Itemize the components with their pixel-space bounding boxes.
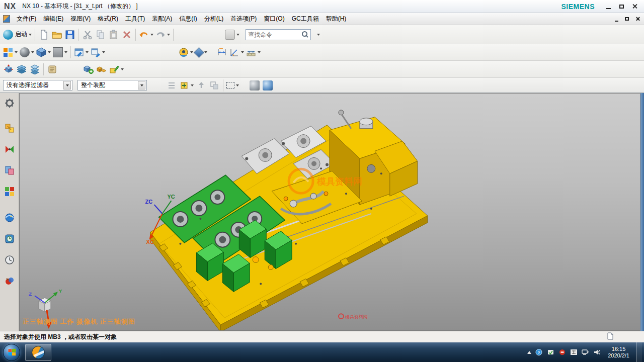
show-hidden-icons-button[interactable] [527,351,531,354]
edit-pencil-icon [109,64,119,74]
selection-priority-button[interactable] [208,78,221,93]
graphics-viewport[interactable]: XC ZC YC Y Z [19,93,640,331]
windows-flag-icon [8,349,16,356]
menu-preferences[interactable]: 首选项(P) [227,13,260,25]
show-desktop-button[interactable] [636,342,642,362]
cut-button[interactable] [81,28,94,42]
part-navigator-icon[interactable] [5,165,15,175]
selection-filter-dropdown-icon[interactable] [63,81,71,89]
delete-button[interactable] [120,28,133,42]
menu-window[interactable]: 窗口(O) [260,13,288,25]
start-button[interactable] [3,344,20,361]
measure-distance-button[interactable] [215,45,228,59]
tray-language-icon[interactable] [570,349,578,355]
start-menu-button[interactable]: 启动 [2,28,33,42]
status-page-icon[interactable] [607,332,614,340]
mdi-minimize-button[interactable] [612,15,621,23]
tray-volume-icon[interactable] [593,349,601,355]
selection-filter-combo[interactable]: 没有选择过滤器 [3,80,72,90]
menu-assemblies[interactable]: 装配(A) [148,13,176,25]
tray-update-icon[interactable] [547,349,554,355]
marquee-select-button[interactable] [225,78,240,93]
menu-help[interactable]: 帮助(H) [323,13,350,25]
tray-help-icon[interactable]: ? [535,349,543,355]
assembly-constraints-button[interactable] [95,62,108,76]
close-button[interactable] [629,2,640,11]
isometric-view-button[interactable] [35,45,52,59]
roles-gear-icon[interactable] [5,98,15,108]
menu-edit[interactable]: 编辑(E) [40,13,67,25]
selection-bar: 没有选择过滤器 整个装配 [0,78,644,93]
menu-tools[interactable]: 工具(T) [122,13,148,25]
undo-button[interactable] [138,28,154,42]
new-window-button[interactable] [90,45,106,59]
more-measure-button[interactable] [245,45,262,59]
assembly-navigator-icon[interactable] [5,123,15,133]
reuse-library-icon[interactable] [5,187,15,197]
edit-constraint-button[interactable] [108,62,125,76]
minimize-button[interactable] [603,2,614,11]
menu-gc-toolbox[interactable]: GC工具箱 [288,13,323,25]
redo-arrow-icon [155,30,166,40]
menu-view[interactable]: 视图(V) [67,13,94,25]
menu-information[interactable]: 信息(I) [176,13,200,25]
rendering-style-button[interactable] [19,45,35,59]
clock-date: 2020/2/1 [608,352,629,359]
selection-scope-dropdown-icon[interactable] [138,81,145,89]
notebook-icon [47,64,57,74]
touch-mode-button[interactable] [224,28,240,42]
redo-button[interactable] [154,28,171,42]
window-layout-button[interactable] [73,45,90,59]
snap-point-button[interactable] [194,45,208,59]
tray-network-icon[interactable] [582,349,589,355]
gnomon-label-y: Y [59,288,62,294]
exploded-views-button[interactable] [28,62,41,76]
add-component-button[interactable] [82,62,95,76]
menu-analysis[interactable]: 分析(L) [201,13,227,25]
selection-filter-value: 没有选择过滤器 [7,81,49,89]
command-finder-input[interactable] [248,31,302,38]
gray-swatch-icon [53,47,63,57]
paste-button[interactable] [107,28,120,42]
report-notebook-button[interactable] [46,62,59,76]
show-hide-button[interactable] [178,45,194,59]
materials-icon[interactable] [5,276,15,286]
measure-distance-icon [217,47,227,57]
command-finder-options-button[interactable] [311,28,324,42]
select-from-list-button[interactable] [165,78,178,93]
save-button[interactable] [63,28,76,42]
mdi-restore-button[interactable] [622,15,631,23]
history-palette-icon[interactable] [5,234,15,244]
maximize-button[interactable] [616,2,627,11]
measure-angle-button[interactable] [228,45,245,59]
tray-antivirus-icon[interactable] [558,349,566,355]
constraint-navigator-icon[interactable] [5,144,15,154]
selection-scope-combo[interactable]: 整个装配 [77,80,147,90]
highlight-rollover-button[interactable] [248,78,261,93]
move-up-assembly-button[interactable] [195,78,208,93]
add-component-icon [84,64,94,74]
snap-point-toggle-button[interactable] [178,78,195,93]
history-clock-icon[interactable] [5,255,15,265]
up-arrow-icon [196,80,206,90]
orient-view-button[interactable] [2,45,19,59]
menu-format[interactable]: 格式(R) [94,13,122,25]
measure-ruler-icon [246,47,256,57]
assembly-sequence-button[interactable] [15,62,28,76]
status-right-area [607,332,614,341]
display-mode-swatch-button[interactable] [52,45,68,59]
mdi-close-button[interactable] [633,15,642,23]
touch-mode-icon [225,30,235,40]
open-button[interactable] [50,28,63,42]
new-window-icon [91,47,101,57]
tray-clock[interactable]: 16:15 2020/2/1 [608,346,629,359]
shaded-preview-button[interactable] [261,78,274,93]
nx-taskbar-button[interactable] [25,344,51,361]
menu-file[interactable]: 文件(F) [13,13,40,25]
web-browser-icon[interactable] [5,213,15,223]
new-file-button[interactable] [37,28,50,42]
copy-button[interactable] [94,28,107,42]
nx-logo: NX [4,2,16,11]
move-component-button[interactable] [2,62,15,76]
command-finder[interactable] [246,29,311,40]
